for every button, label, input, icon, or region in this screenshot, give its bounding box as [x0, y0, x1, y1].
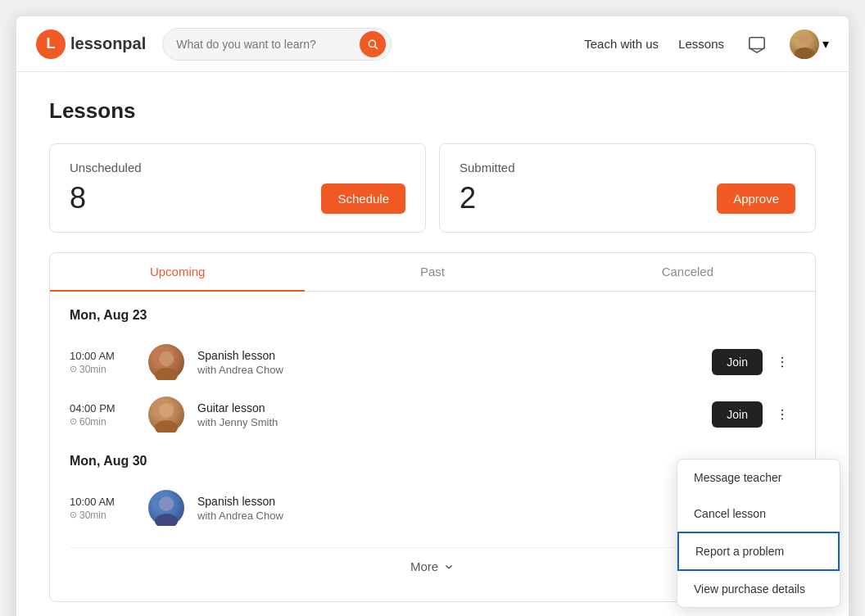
more-dots-button-2[interactable] — [769, 401, 795, 428]
approve-button[interactable]: Approve — [717, 183, 795, 214]
lesson-actions-2: Join — [712, 401, 795, 428]
lesson-time-2: 04:00 PM ⊙ 60min — [70, 402, 135, 428]
svg-point-11 — [155, 420, 178, 433]
clock-icon-1: ⊙ — [70, 364, 77, 374]
search-input[interactable] — [176, 38, 360, 51]
tab-canceled[interactable]: Canceled — [560, 253, 815, 292]
svg-point-12 — [781, 410, 783, 411]
lesson-teacher-1: with Andrea Chow — [197, 364, 699, 376]
more-dots-button-1[interactable] — [769, 349, 795, 375]
lesson-time-3: 10:00 AM ⊙ 30min — [70, 496, 135, 521]
page-title: Lessons — [49, 98, 816, 124]
svg-point-8 — [781, 361, 783, 363]
tabs-header: Upcoming Past Canceled — [50, 253, 815, 292]
lessons-link[interactable]: Lessons — [678, 37, 724, 51]
tab-past[interactable]: Past — [305, 253, 559, 292]
dropdown-item-view-purchase-details[interactable]: View purchase details — [677, 571, 840, 607]
unscheduled-label: Unscheduled — [70, 161, 405, 174]
svg-point-13 — [781, 414, 783, 415]
submitted-count: 2 — [460, 181, 476, 215]
unscheduled-count: 8 — [70, 181, 86, 215]
clock-icon-3: ⊙ — [70, 510, 77, 520]
svg-point-4 — [795, 48, 814, 59]
lesson-row-guitar: 04:00 PM ⊙ 60min — [70, 388, 795, 441]
lesson-time-main-2: 04:00 PM — [70, 402, 135, 414]
date-section-aug23: Mon, Aug 23 10:00 AM ⊙ 30min — [70, 308, 795, 441]
header-nav: Teach with us Lessons ▾ — [584, 29, 829, 59]
lesson-duration-3: ⊙ 30min — [70, 510, 135, 521]
teach-with-us-link[interactable]: Teach with us — [584, 37, 659, 51]
user-chevron: ▾ — [822, 36, 829, 52]
svg-point-7 — [781, 357, 783, 359]
stat-card-submitted: Submitted 2 Approve — [439, 143, 816, 233]
stat-cards: Unscheduled 8 Schedule Submitted 2 Appro… — [49, 143, 816, 233]
tab-upcoming[interactable]: Upcoming — [50, 253, 305, 292]
dropdown-menu: Message teacher Cancel lesson Report a p… — [677, 459, 840, 608]
search-bar — [162, 28, 392, 61]
lesson-teacher-2: with Jenny Smith — [197, 416, 699, 428]
lesson-actions-1: Join — [712, 349, 795, 375]
date-header-aug23: Mon, Aug 23 — [70, 308, 795, 323]
logo-text: lessonpal — [70, 34, 146, 53]
lesson-time-main-3: 10:00 AM — [70, 496, 135, 508]
lesson-duration-1: ⊙ 30min — [70, 364, 135, 375]
join-button-1[interactable]: Join — [712, 349, 763, 375]
teacher-avatar-andrea-2 — [148, 490, 184, 526]
lesson-info-1: Spanish lesson with Andrea Chow — [197, 349, 699, 376]
lesson-row-spanish-1: 10:00 AM ⊙ 30min — [70, 336, 795, 388]
svg-point-5 — [159, 351, 174, 366]
header: L lessonpal Teach with us Lessons — [16, 16, 849, 72]
schedule-button[interactable]: Schedule — [321, 183, 405, 214]
search-button[interactable] — [360, 31, 386, 57]
svg-line-1 — [375, 46, 378, 48]
lesson-time-1: 10:00 AM ⊙ 30min — [70, 350, 135, 375]
user-avatar-wrapper[interactable]: ▾ — [790, 29, 829, 59]
lesson-subject-2: Guitar lesson — [197, 401, 699, 414]
logo[interactable]: L lessonpal — [36, 29, 146, 59]
lesson-time-main-1: 10:00 AM — [70, 350, 135, 362]
svg-point-3 — [799, 34, 810, 45]
clock-icon-2: ⊙ — [70, 416, 77, 427]
lesson-info-2: Guitar lesson with Jenny Smith — [197, 401, 699, 428]
lesson-teacher-3: with Andrea Chow — [197, 510, 699, 522]
lesson-subject-3: Spanish lesson — [197, 495, 699, 508]
svg-point-14 — [781, 418, 783, 419]
chat-icon[interactable] — [744, 31, 770, 57]
user-avatar — [790, 29, 819, 59]
more-label: More — [410, 559, 438, 573]
dropdown-item-report-problem[interactable]: Report a problem — [677, 532, 840, 571]
svg-point-9 — [781, 365, 783, 367]
svg-point-16 — [155, 514, 178, 526]
svg-point-0 — [369, 40, 376, 47]
svg-rect-2 — [750, 37, 764, 48]
teacher-avatar-jenny — [148, 396, 184, 433]
lesson-info-3: Spanish lesson with Andrea Chow — [197, 495, 699, 522]
svg-point-15 — [159, 496, 174, 511]
lesson-subject-1: Spanish lesson — [197, 349, 699, 362]
dropdown-item-cancel-lesson[interactable]: Cancel lesson — [677, 496, 840, 532]
teacher-avatar-andrea-1 — [148, 344, 184, 380]
svg-point-6 — [155, 368, 178, 380]
logo-letter: L — [47, 35, 56, 52]
join-button-2[interactable]: Join — [712, 401, 763, 428]
lesson-duration-2: ⊙ 60min — [70, 416, 135, 428]
submitted-label: Submitted — [460, 161, 795, 174]
dropdown-item-message-teacher[interactable]: Message teacher — [677, 460, 840, 496]
svg-point-10 — [159, 403, 174, 418]
stat-card-unscheduled: Unscheduled 8 Schedule — [49, 143, 426, 233]
logo-icon: L — [36, 29, 66, 59]
